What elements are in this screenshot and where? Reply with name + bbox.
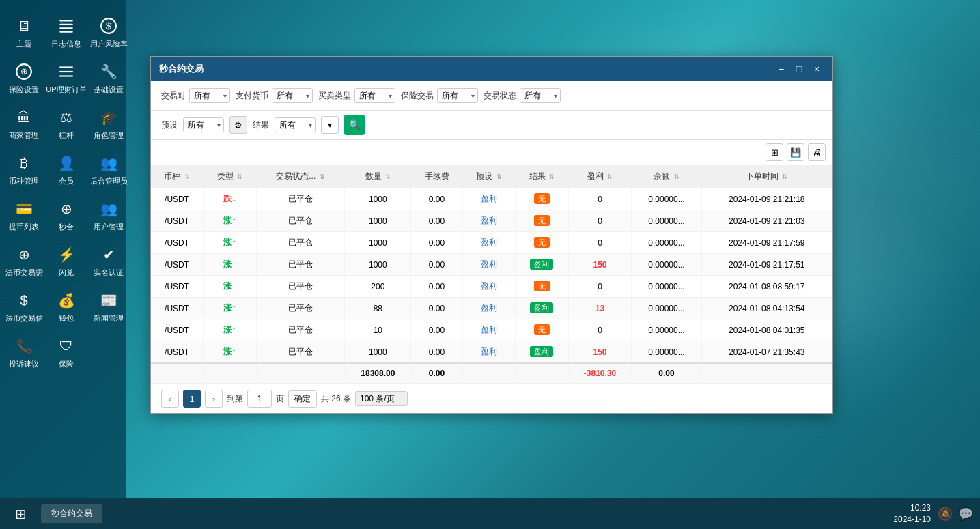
- summary-coin: [151, 363, 204, 384]
- table-scroll[interactable]: 币种 ⇅ 类型 ⇅ 交易状态... ⇅ 数量 ⇅ 手续费 预设 ⇅ 结果 ⇅ 盈…: [151, 165, 832, 384]
- per-page-select[interactable]: 10 条/页 20 条/页 50 条/页 100 条/页: [355, 391, 408, 406]
- table-area: ⊞ 💾 🖨 币种 ⇅ 类型 ⇅ 交易状态... ⇅ 数量 ⇅ 手续费 预设: [151, 140, 832, 413]
- result-select[interactable]: 所有: [275, 117, 316, 132]
- restore-button[interactable]: □: [792, 61, 807, 76]
- col-preset[interactable]: 预设 ⇅: [462, 165, 515, 188]
- flash-icon: ⚡: [56, 244, 76, 265]
- minimize-button[interactable]: −: [774, 61, 789, 76]
- confirm-page-button[interactable]: 确定: [288, 390, 317, 408]
- table-row[interactable]: /USDT 涨↑ 已平仓 1000 0.00 盈利 盈利 150 0.00000…: [151, 254, 832, 276]
- svg-rect-8: [59, 66, 73, 68]
- cell-result: 无: [516, 210, 568, 232]
- sidebar-item-backend[interactable]: 👥 后台管理员: [88, 147, 129, 192]
- trade-type-label: 买卖类型: [318, 90, 351, 102]
- svg-text:$: $: [106, 20, 112, 31]
- table-row[interactable]: /USDT 涨↑ 已平仓 1000 0.00 盈利 盈利 150 0.00000…: [151, 341, 832, 364]
- currency-select[interactable]: 所有: [272, 88, 313, 103]
- cell-profit: 150: [568, 254, 632, 276]
- page-1-button[interactable]: 1: [183, 390, 201, 408]
- table-row[interactable]: /USDT 涨↑ 已平仓 10 0.00 盈利 无 0 0.00000... 2…: [151, 319, 832, 341]
- table-row[interactable]: /USDT 涨↑ 已平仓 88 0.00 盈利 盈利 13 0.00000...…: [151, 298, 832, 319]
- sidebar-item-insurance2[interactable]: 🛡 保险: [46, 330, 87, 375]
- sidebar-item-withdraw[interactable]: 💳 提币列表: [3, 193, 44, 238]
- sidebar-item-realname[interactable]: ✔ 实名认证: [88, 239, 129, 283]
- page-input[interactable]: [247, 390, 272, 408]
- settings-button[interactable]: ⚙: [229, 116, 247, 134]
- preset-select[interactable]: 所有: [183, 117, 224, 132]
- col-fee[interactable]: 手续费: [411, 165, 462, 188]
- chevron-down-icon: ▾: [328, 120, 332, 130]
- cell-profit: 13: [568, 298, 632, 319]
- col-coin[interactable]: 币种 ⇅: [151, 165, 204, 188]
- bitcoin-icon: ₿: [14, 153, 34, 173]
- table-row[interactable]: /USDT 涨↑ 已平仓 1000 0.00 盈利 无 0 0.00000...…: [151, 210, 832, 232]
- close-button[interactable]: ×: [809, 61, 824, 76]
- col-type[interactable]: 类型 ⇅: [204, 165, 256, 188]
- sidebar-item-member[interactable]: 👤 会员: [46, 147, 87, 192]
- start-button[interactable]: ⊞: [7, 502, 34, 526]
- cell-order-time: 2024-01-09 21:21:03: [701, 210, 832, 232]
- summary-result: [516, 363, 568, 384]
- insurance-select[interactable]: 所有: [437, 88, 478, 103]
- trade-status-select[interactable]: 所有: [520, 88, 561, 103]
- svg-rect-1: [59, 24, 73, 25]
- table-row[interactable]: /USDT 涨↑ 已平仓 200 0.00 盈利 无 0 0.00000... …: [151, 276, 832, 298]
- sidebar-item-basic[interactable]: 🔧 基础设置: [88, 56, 129, 100]
- sidebar-item-label: 提币列表: [9, 222, 39, 232]
- trade-pair-select[interactable]: 所有: [189, 88, 230, 103]
- sidebar-item-up-order[interactable]: UP理财订单: [46, 56, 87, 100]
- col-profit[interactable]: 盈利 ⇅: [568, 165, 632, 188]
- col-status[interactable]: 交易状态... ⇅: [256, 165, 345, 188]
- svg-rect-2: [59, 27, 73, 29]
- export-icon: 💾: [790, 147, 801, 158]
- sidebar-item-label: 法币交易需: [5, 268, 43, 278]
- sidebar-item-role[interactable]: 🎓 角色管理: [88, 102, 129, 146]
- collapse-button[interactable]: ▾: [321, 116, 339, 134]
- cell-result: 盈利: [516, 254, 568, 276]
- next-page-button[interactable]: ›: [205, 390, 223, 408]
- col-balance[interactable]: 余额 ⇅: [632, 165, 701, 188]
- sidebar-item-lever[interactable]: ⚖ 杠杆: [46, 102, 87, 146]
- notification-icon[interactable]: 🔕: [938, 506, 953, 521]
- cell-balance: 0.00000...: [632, 276, 701, 298]
- dollar-icon: $: [98, 16, 119, 36]
- summary-quantity: 18308.00: [345, 363, 411, 384]
- col-order-time[interactable]: 下单时间 ⇅: [701, 165, 832, 188]
- sidebar-item-user-risk[interactable]: $ 用户风险率: [88, 10, 129, 55]
- table-header: 币种 ⇅ 类型 ⇅ 交易状态... ⇅ 数量 ⇅ 手续费 预设 ⇅ 结果 ⇅ 盈…: [151, 165, 832, 188]
- trade-type-select[interactable]: 所有: [354, 88, 395, 103]
- prev-page-button[interactable]: ‹: [161, 390, 179, 408]
- sidebar-item-news[interactable]: 📰 新闻管理: [88, 285, 129, 329]
- chat-icon[interactable]: 💬: [958, 506, 973, 521]
- sidebar-item-theme[interactable]: 🖥 主题: [3, 10, 44, 55]
- sidebar-item-fiat-info[interactable]: $ 法币交易信: [3, 285, 44, 329]
- cell-quantity: 1000: [345, 188, 411, 210]
- sidebar-item-merchant[interactable]: 🏛 商家管理: [3, 102, 44, 146]
- goto-label: 到第: [227, 393, 243, 405]
- print-button[interactable]: 🖨: [808, 143, 826, 161]
- trade-status-label: 交易状态: [484, 90, 516, 102]
- grid-view-button[interactable]: ⊞: [766, 143, 783, 161]
- phone-icon: 📞: [14, 336, 34, 356]
- sidebar-item-insurance[interactable]: ⊕ 保险设置: [3, 56, 44, 100]
- preset-select-wrapper: 所有: [183, 117, 224, 132]
- sidebar-item-log[interactable]: 日志信息: [46, 10, 87, 55]
- sidebar-item-wallet[interactable]: 💰 钱包: [46, 285, 87, 329]
- sidebar-item-currency[interactable]: ₿ 币种管理: [3, 147, 44, 192]
- sidebar-item-complaint[interactable]: 📞 投诉建议: [3, 330, 44, 375]
- currency-label: 支付货币: [236, 90, 268, 102]
- export-button[interactable]: 💾: [787, 143, 804, 161]
- col-quantity[interactable]: 数量 ⇅: [345, 165, 411, 188]
- check-icon: ✔: [98, 244, 119, 265]
- search-button[interactable]: 🔍: [344, 115, 365, 135]
- col-result[interactable]: 结果 ⇅: [516, 165, 568, 188]
- sidebar-item-second-contract[interactable]: ⊕ 秒合: [46, 193, 87, 238]
- taskbar-app[interactable]: 秒合约交易: [41, 504, 102, 523]
- table-row[interactable]: /USDT 跌↓ 已平仓 1000 0.00 盈利 无 0 0.00000...…: [151, 188, 832, 210]
- cell-quantity: 1000: [345, 341, 411, 364]
- print-icon: 🖨: [813, 147, 822, 158]
- sidebar-item-user-mgmt[interactable]: 👥 用户管理: [88, 193, 129, 238]
- sidebar-item-flash[interactable]: ⚡ 闪兑: [46, 239, 87, 283]
- sidebar-item-fiat[interactable]: ⊕ 法币交易需: [3, 239, 44, 283]
- table-row[interactable]: /USDT 涨↑ 已平仓 1000 0.00 盈利 无 0 0.00000...…: [151, 232, 832, 254]
